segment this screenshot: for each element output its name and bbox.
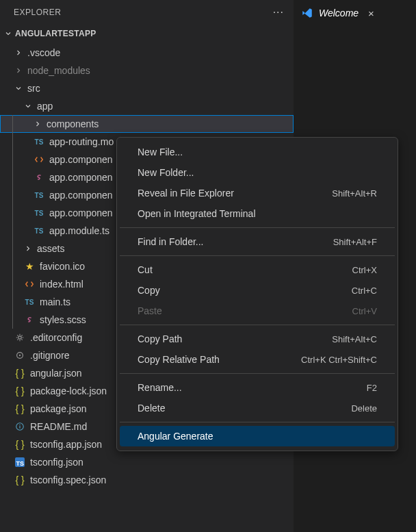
tree-label: favicon.ico <box>40 261 85 272</box>
explorer-title: EXPLORER <box>14 8 61 17</box>
menu-shortcut: Ctrl+K Ctrl+Shift+C <box>301 355 377 365</box>
menu-find-in-folder[interactable]: Find in Folder... Shift+Alt+F <box>120 231 395 252</box>
editor-tab-welcome[interactable]: Welcome × <box>294 0 416 26</box>
typescript-icon: TS <box>23 299 36 306</box>
tree-file-tsconfig-spec[interactable]: { } tsconfig.spec.json <box>0 471 294 489</box>
svg-point-2 <box>19 355 21 356</box>
tree-label: README.md <box>30 421 87 432</box>
tree-folder-vscode[interactable]: .vscode <box>0 44 294 62</box>
tree-folder-components[interactable]: components <box>0 115 294 133</box>
tree-label: app <box>37 101 53 112</box>
typescript-icon: TS <box>33 138 45 146</box>
tree-folder-node-modules[interactable]: node_modules <box>0 62 294 79</box>
tree-label: assets <box>37 243 64 254</box>
typescript-box-icon: TS <box>14 457 26 467</box>
tree-label: .vscode <box>27 47 60 58</box>
menu-shortcut: Ctrl+V <box>352 306 377 316</box>
menu-copy[interactable]: Copy Ctrl+C <box>120 280 395 301</box>
menu-label: Cut <box>138 264 153 275</box>
menu-label: Angular Generate <box>138 431 213 442</box>
tree-label: main.ts <box>40 296 70 307</box>
menu-copy-path[interactable]: Copy Path Shift+Alt+C <box>120 329 395 349</box>
menu-shortcut: Shift+Alt+C <box>332 334 377 344</box>
tree-label: app.componen <box>49 207 113 218</box>
menu-label: Paste <box>138 305 162 316</box>
tree-label: app.componen <box>49 190 113 201</box>
tree-label: angular.json <box>30 368 82 379</box>
tree-label: .gitignore <box>30 350 70 361</box>
menu-separator <box>120 255 395 256</box>
tree-label: app.componen <box>49 172 113 183</box>
chevron-right-icon <box>14 49 23 57</box>
menu-shortcut: F2 <box>367 383 377 393</box>
scss-icon <box>33 173 45 182</box>
tree-label: package.json <box>30 403 87 414</box>
svg-point-0 <box>18 336 21 339</box>
vscode-logo-icon <box>301 7 313 19</box>
menu-label: Open in Integrated Terminal <box>138 208 256 219</box>
typescript-icon: TS <box>33 210 45 217</box>
project-header[interactable]: ANGULARTESTAPP <box>0 25 294 42</box>
tree-file-tsconfig[interactable]: TS tsconfig.json <box>0 453 294 471</box>
json-icon: { } <box>14 403 26 414</box>
menu-separator <box>120 227 395 228</box>
json-icon: { } <box>14 439 26 450</box>
menu-reveal-explorer[interactable]: Reveal in File Explorer Shift+Alt+R <box>120 183 395 203</box>
close-icon[interactable]: × <box>368 8 374 19</box>
chevron-right-icon <box>23 244 33 253</box>
html-icon <box>23 279 36 289</box>
chevron-right-icon <box>33 120 42 128</box>
tree-label: app-routing.mo <box>49 136 114 147</box>
menu-angular-generate[interactable]: Angular Generate <box>120 426 395 446</box>
chevron-down-icon <box>14 84 23 92</box>
html-icon <box>33 155 45 164</box>
menu-shortcut: Ctrl+C <box>352 286 377 296</box>
menu-shortcut: Ctrl+X <box>352 265 377 275</box>
menu-label: Find in Folder... <box>138 236 204 247</box>
menu-shortcut: Shift+Alt+R <box>332 188 377 199</box>
tree-label: styles.scss <box>40 314 86 325</box>
typescript-icon: TS <box>33 227 45 235</box>
menu-copy-relative-path[interactable]: Copy Relative Path Ctrl+K Ctrl+Shift+C <box>120 349 395 370</box>
json-icon: { } <box>14 368 26 379</box>
scss-icon <box>23 315 36 325</box>
menu-separator <box>120 373 395 374</box>
menu-open-terminal[interactable]: Open in Integrated Terminal <box>120 203 395 224</box>
menu-new-file[interactable]: New File... <box>120 142 395 162</box>
menu-label: Reveal in File Explorer <box>138 188 234 199</box>
context-menu: New File... New Folder... Reveal in File… <box>116 137 398 451</box>
menu-separator <box>120 325 395 325</box>
menu-delete[interactable]: Delete Delete <box>120 398 395 418</box>
tree-label: app.module.ts <box>49 225 109 236</box>
menu-label: Copy Path <box>138 333 182 344</box>
menu-rename[interactable]: Rename... F2 <box>120 377 395 398</box>
menu-label: New Folder... <box>138 167 194 178</box>
menu-label: Delete <box>138 403 165 414</box>
menu-cut[interactable]: Cut Ctrl+X <box>120 259 395 280</box>
more-actions-icon[interactable]: ··· <box>273 6 284 18</box>
tree-label: components <box>47 118 99 129</box>
menu-new-folder[interactable]: New Folder... <box>120 162 395 183</box>
json-icon: { } <box>14 474 26 485</box>
tree-label: index.html <box>40 279 83 290</box>
favicon-icon: ★ <box>23 261 36 272</box>
info-icon <box>14 422 26 431</box>
typescript-icon: TS <box>33 192 45 199</box>
gear-icon <box>14 333 26 342</box>
menu-label: Rename... <box>138 382 182 393</box>
tree-label: .editorconfig <box>30 332 82 343</box>
tree-folder-src[interactable]: src <box>0 79 294 97</box>
tree-label: tsconfig.spec.json <box>30 474 106 485</box>
menu-shortcut: Delete <box>351 403 377 414</box>
tree-label: node_modules <box>27 65 90 76</box>
project-name: ANGULARTESTAPP <box>15 29 96 38</box>
svg-rect-5 <box>19 425 20 425</box>
tree-label: tsconfig.app.json <box>30 439 102 450</box>
tree-folder-app[interactable]: app <box>0 97 294 115</box>
chevron-right-icon <box>14 66 23 75</box>
chevron-down-icon <box>23 102 33 110</box>
menu-separator <box>120 422 395 422</box>
menu-shortcut: Shift+Alt+F <box>333 237 377 247</box>
tree-label: src <box>27 83 40 94</box>
menu-label: Copy Relative Path <box>138 354 220 365</box>
